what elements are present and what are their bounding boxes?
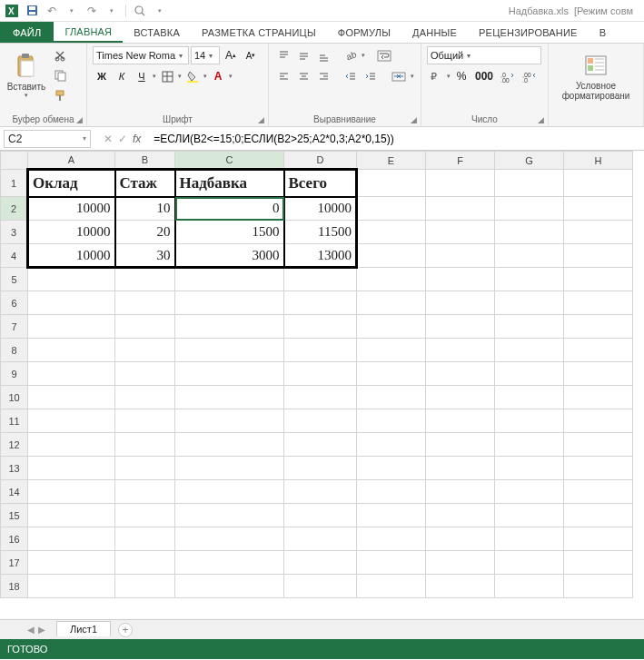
cell[interactable] — [495, 315, 564, 339]
cell[interactable] — [28, 480, 115, 504]
number-format-combo[interactable]: Общий▾ — [427, 46, 541, 64]
underline-button[interactable]: Ч — [133, 67, 151, 85]
cell[interactable] — [28, 409, 115, 433]
cell[interactable] — [284, 268, 357, 291]
cell[interactable] — [115, 409, 175, 433]
cell[interactable] — [175, 268, 284, 291]
cell[interactable] — [357, 575, 426, 598]
cell[interactable] — [426, 386, 495, 409]
cell[interactable] — [175, 433, 284, 457]
cell[interactable] — [564, 244, 633, 268]
row-header[interactable]: 9 — [1, 362, 28, 386]
cell[interactable]: Надбавка — [175, 170, 284, 197]
cell[interactable] — [28, 291, 115, 315]
cell[interactable] — [426, 170, 495, 197]
cell[interactable] — [426, 433, 495, 457]
cell[interactable] — [28, 339, 115, 362]
cell[interactable] — [175, 339, 284, 362]
decrease-decimal-icon[interactable]: ,00,0 — [520, 67, 540, 85]
qat-customize-icon[interactable]: ▾ — [152, 3, 168, 19]
cell[interactable] — [115, 339, 175, 362]
cell[interactable]: 10000 — [28, 244, 115, 268]
align-middle-icon[interactable] — [294, 46, 312, 64]
decrease-font-icon[interactable]: A▾ — [242, 46, 260, 64]
cell[interactable] — [284, 386, 357, 409]
cell[interactable] — [115, 268, 175, 291]
conditional-formatting-button[interactable]: Условное форматировани — [560, 46, 632, 106]
cell[interactable] — [426, 339, 495, 362]
cell[interactable] — [564, 197, 633, 221]
cell[interactable] — [175, 409, 284, 433]
cell[interactable] — [564, 480, 633, 504]
font-launcher-icon[interactable]: ◢ — [255, 114, 266, 125]
cell[interactable] — [426, 315, 495, 339]
cell[interactable] — [495, 339, 564, 362]
row-header[interactable]: 14 — [1, 480, 28, 504]
row-header[interactable]: 12 — [1, 433, 28, 457]
cell[interactable] — [357, 433, 426, 457]
cell[interactable] — [357, 551, 426, 575]
cell[interactable] — [357, 268, 426, 291]
cell[interactable] — [357, 170, 426, 197]
cell[interactable] — [115, 362, 175, 386]
cell[interactable] — [426, 551, 495, 575]
cell[interactable] — [564, 315, 633, 339]
tab-review[interactable]: РЕЦЕНЗИРОВАНИЕ — [468, 22, 589, 43]
cell[interactable] — [426, 409, 495, 433]
cell[interactable] — [495, 268, 564, 291]
cell[interactable] — [564, 551, 633, 575]
row-header[interactable]: 8 — [1, 339, 28, 362]
cell[interactable] — [357, 291, 426, 315]
cell[interactable]: 10 — [115, 197, 175, 221]
cell[interactable] — [284, 291, 357, 315]
cell[interactable] — [284, 551, 357, 575]
cell[interactable]: 11500 — [284, 221, 357, 244]
cell[interactable] — [564, 170, 633, 197]
cell[interactable] — [284, 315, 357, 339]
cell[interactable] — [495, 170, 564, 197]
row-header[interactable]: 16 — [1, 527, 28, 551]
cell[interactable] — [175, 527, 284, 551]
print-preview-icon[interactable] — [132, 3, 148, 19]
decrease-indent-icon[interactable] — [342, 67, 360, 85]
cell[interactable] — [284, 527, 357, 551]
cell[interactable] — [28, 527, 115, 551]
cell[interactable]: 10000 — [28, 221, 115, 244]
redo-dropdown-icon[interactable]: ▾ — [104, 3, 120, 19]
increase-indent-icon[interactable] — [362, 67, 380, 85]
confirm-formula-icon[interactable]: ✓ — [118, 133, 127, 145]
cell[interactable] — [564, 575, 633, 598]
cell[interactable] — [175, 551, 284, 575]
cell[interactable] — [115, 527, 175, 551]
cell[interactable] — [28, 362, 115, 386]
cell[interactable] — [357, 315, 426, 339]
cell[interactable] — [28, 268, 115, 291]
row-header[interactable]: 15 — [1, 504, 28, 527]
cell[interactable] — [357, 221, 426, 244]
cell[interactable] — [564, 457, 633, 480]
cell[interactable] — [426, 268, 495, 291]
sheet-nav-next-icon[interactable]: ▶ — [38, 625, 45, 635]
undo-icon[interactable]: ↶ — [44, 3, 60, 19]
cell[interactable] — [564, 527, 633, 551]
copy-icon[interactable] — [51, 66, 69, 84]
cell[interactable] — [357, 362, 426, 386]
cell[interactable] — [426, 362, 495, 386]
col-header[interactable]: C — [175, 152, 284, 170]
cell[interactable] — [357, 480, 426, 504]
cell-selected[interactable]: 0 — [175, 197, 284, 221]
cell[interactable] — [426, 197, 495, 221]
bold-button[interactable]: Ж — [93, 67, 111, 85]
row-header[interactable]: 10 — [1, 386, 28, 409]
col-header[interactable]: B — [115, 152, 175, 170]
cell[interactable] — [564, 268, 633, 291]
cell[interactable] — [115, 457, 175, 480]
format-painter-icon[interactable] — [51, 86, 69, 104]
cell[interactable] — [28, 575, 115, 598]
cell[interactable] — [284, 409, 357, 433]
add-sheet-icon[interactable]: + — [118, 623, 133, 637]
cell[interactable] — [564, 386, 633, 409]
percent-format-icon[interactable]: % — [452, 67, 471, 85]
borders-icon[interactable] — [158, 67, 176, 85]
cell[interactable]: Стаж — [115, 170, 175, 197]
